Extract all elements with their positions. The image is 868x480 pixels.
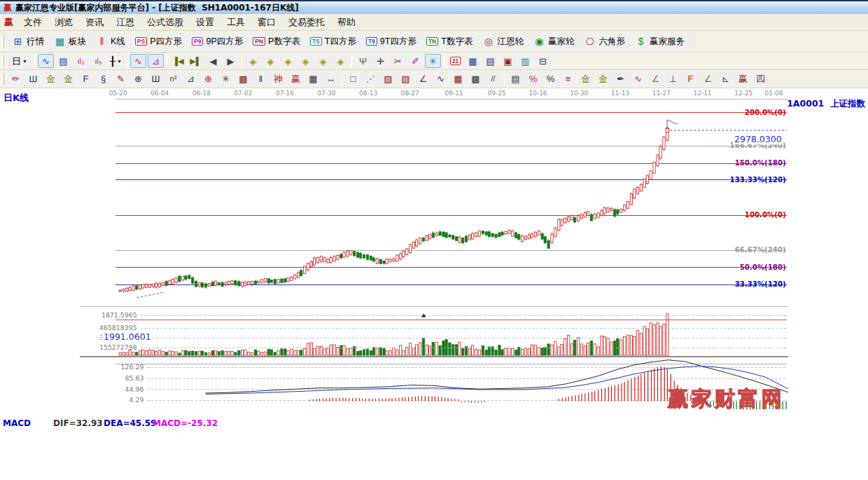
toolbar-grip[interactable] xyxy=(1,34,4,48)
brush-tool[interactable]: ✏ xyxy=(8,72,24,86)
circle-grid-tool[interactable]: ⊕ xyxy=(130,72,146,86)
radiate-tool[interactable]: ✳ xyxy=(218,72,234,86)
number-grid-tool[interactable]: ▦ xyxy=(305,72,321,86)
menu-settings[interactable]: 设置 xyxy=(190,15,220,30)
sectors-button[interactable]: ▦板块 xyxy=(49,34,91,50)
trend-line-tool[interactable]: ∿ xyxy=(130,54,146,68)
export-image-tool[interactable]: ▥ xyxy=(517,54,533,68)
toolbar-grip[interactable] xyxy=(1,73,4,85)
gold-section-tool[interactable]: 金 xyxy=(60,72,76,86)
price-grid-tool[interactable]: Ш xyxy=(148,72,164,86)
erase-tool[interactable]: ✂ xyxy=(390,54,406,68)
p9-square-button[interactable]: P99P四方形 xyxy=(187,34,248,50)
web-grid-tool[interactable]: ▩ xyxy=(235,72,251,86)
gold-grid-tool[interactable]: 金 xyxy=(43,72,59,86)
menu-help[interactable]: 帮助 xyxy=(331,15,362,30)
tick-marks-tool[interactable]: ‖ xyxy=(253,72,269,86)
n-square-tool[interactable]: n² xyxy=(165,72,181,86)
wave-line-tool[interactable]: ∿ xyxy=(433,72,449,86)
gold-angle-tool[interactable]: ∠ xyxy=(648,72,664,86)
shen-grid-tool[interactable]: 神 xyxy=(270,72,286,86)
calendar-tool[interactable]: 21 xyxy=(447,54,463,68)
menu-formula-picker[interactable]: 公式选股 xyxy=(141,15,190,30)
f-square-tool[interactable]: F xyxy=(78,72,94,86)
candle-style-dropdown[interactable]: ╂▼ xyxy=(108,54,124,68)
nav-first-button[interactable]: ▐◀ xyxy=(170,54,186,68)
color-histogram-tool[interactable]: ⊿ xyxy=(148,54,164,68)
crosshair-tool[interactable]: ✛ xyxy=(372,54,388,68)
p-number-table-button[interactable]: PNP数字表 xyxy=(248,34,305,50)
menu-trade[interactable]: 交易委托 xyxy=(282,15,331,30)
t-square-button[interactable]: TST四方形 xyxy=(305,34,361,50)
hexagon-button[interactable]: ⎔六角形 xyxy=(579,34,630,50)
gold-circle-tool[interactable]: 金 xyxy=(578,72,594,86)
t9-square-button[interactable]: T99T四方形 xyxy=(361,34,421,50)
toolbar-grip[interactable] xyxy=(1,55,4,67)
dense-grid-tool[interactable]: ▦ xyxy=(450,72,466,86)
winner-service-button[interactable]: $赢家服务 xyxy=(630,34,690,50)
gann-wheel-button[interactable]: ◎江恩轮 xyxy=(477,34,528,50)
perpendicular-tool[interactable]: ⊥ xyxy=(665,72,681,86)
pattern-3-tool[interactable]: ıl₃ xyxy=(73,54,89,68)
pattern-9-tool[interactable]: ıl₉ xyxy=(90,54,106,68)
menu-gann[interactable]: 江恩 xyxy=(110,15,141,30)
slash-lines-tool[interactable]: // xyxy=(485,72,501,86)
menu-news[interactable]: 资讯 xyxy=(79,15,110,30)
brush2-tool[interactable]: ✎ xyxy=(113,72,129,86)
square-rays-tool[interactable]: ▨ xyxy=(380,72,396,86)
menu-browse[interactable]: 浏览 xyxy=(48,15,79,30)
ai-analysis-tool[interactable]: ✳ xyxy=(425,54,441,68)
fit-all-button[interactable]: ◈ xyxy=(332,54,349,68)
shift-left-button[interactable]: ◈ xyxy=(245,54,261,68)
dot-grid-tool[interactable]: ▩ xyxy=(468,72,484,86)
winner-wheel-button[interactable]: ◉赢家轮 xyxy=(528,34,580,50)
wave-angle-tool[interactable]: ∿ xyxy=(630,72,646,86)
nav-prev-button[interactable]: ◀ xyxy=(205,54,221,68)
arc-angle-tool[interactable]: ⊾ xyxy=(718,72,734,86)
ying-angle-tool[interactable]: 赢 xyxy=(735,72,751,86)
info-card-tool[interactable]: ▤ xyxy=(55,54,71,68)
gold-lines-tool[interactable]: 金 xyxy=(595,72,611,86)
notes-tool[interactable]: ▤ xyxy=(482,54,498,68)
percent-tool[interactable]: % xyxy=(542,72,559,86)
mirror-tool[interactable]: ⊿ xyxy=(183,72,199,86)
hand-pan-tool[interactable]: Ψ xyxy=(355,54,371,68)
h-shrink-button[interactable]: ◈ xyxy=(298,54,314,68)
h-expand-button[interactable]: ◈ xyxy=(280,54,296,68)
gold-fan-tool[interactable]: ∠ xyxy=(700,72,716,86)
grid-lines-tool[interactable]: Ш xyxy=(25,72,41,86)
f-angle-tool[interactable]: F xyxy=(682,72,699,86)
quotes-button[interactable]: ⊞行情 xyxy=(7,34,49,50)
box-select-tool[interactable]: □ xyxy=(345,72,361,86)
ray-fan-tool[interactable]: ⋰ xyxy=(363,72,379,86)
nav-last-button[interactable]: ▶▌ xyxy=(188,54,204,68)
chart-area[interactable]: 05-2006-0406-1807-0207-1607-3008-1308-27… xyxy=(0,88,868,480)
percent-lines-tool[interactable]: ≡ xyxy=(560,72,576,86)
print-tool[interactable]: ⊟ xyxy=(535,54,551,68)
save-image-tool[interactable]: ▣ xyxy=(500,54,516,68)
period-day-dropdown[interactable]: 日▼ xyxy=(8,54,31,68)
width-measure-tool[interactable]: ↔ xyxy=(323,72,339,86)
calculator-tool[interactable]: ▦ xyxy=(465,54,481,68)
wave-window-tool[interactable]: ∿ xyxy=(38,54,54,68)
shift-right-button[interactable]: ◈ xyxy=(262,54,279,68)
p-square-button[interactable]: PSP四方形 xyxy=(130,34,187,50)
kline-button[interactable]: ‖K线 xyxy=(91,34,130,50)
percent-angle-tool[interactable]: % xyxy=(525,72,541,86)
t-number-table-button[interactable]: TNT数字表 xyxy=(421,34,477,50)
v-scale-button[interactable]: ◈ xyxy=(315,54,331,68)
menu-tools[interactable]: 工具 xyxy=(220,15,251,30)
spiral-tool[interactable]: § xyxy=(95,72,111,86)
ladder-tool[interactable]: ▤ xyxy=(507,72,524,86)
ying-grid-tool[interactable]: 赢 xyxy=(288,72,304,86)
ink-mark-tool[interactable]: ✒ xyxy=(612,72,629,86)
gann-circle-tool[interactable]: ⊕ xyxy=(200,72,216,86)
menu-file[interactable]: 文件 xyxy=(18,15,48,30)
menu-window[interactable]: 窗口 xyxy=(251,15,282,30)
macd-indicator-label[interactable]: MACD xyxy=(3,418,31,428)
four-angle-tool[interactable]: 四 xyxy=(752,72,769,86)
sketch-tool[interactable]: ✐ xyxy=(407,54,424,68)
nav-next-button[interactable]: ▶ xyxy=(223,54,239,68)
square-fan-tool[interactable]: ▧ xyxy=(398,72,414,86)
angle-ray-t ool[interactable]: ∠ xyxy=(415,72,431,86)
